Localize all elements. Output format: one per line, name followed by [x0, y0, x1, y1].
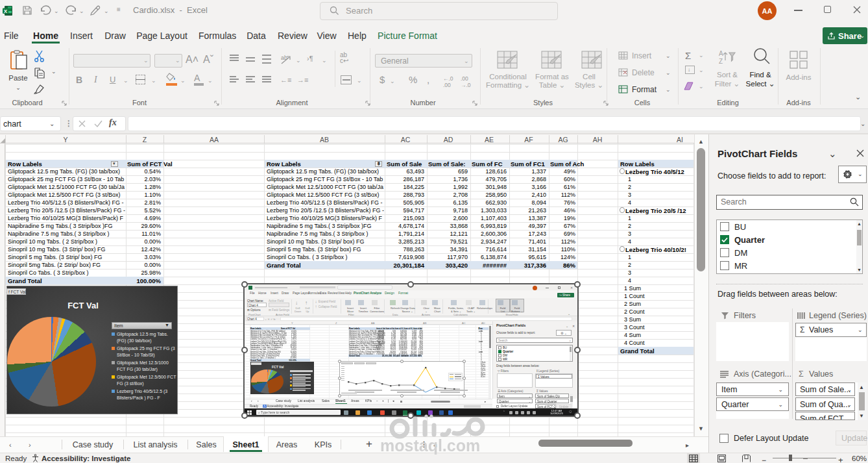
svg-text:ab: ab [281, 55, 287, 61]
svg-text:X: X [4, 8, 8, 14]
svg-text:Z: Z [719, 58, 723, 65]
svg-text:A: A [719, 50, 723, 57]
